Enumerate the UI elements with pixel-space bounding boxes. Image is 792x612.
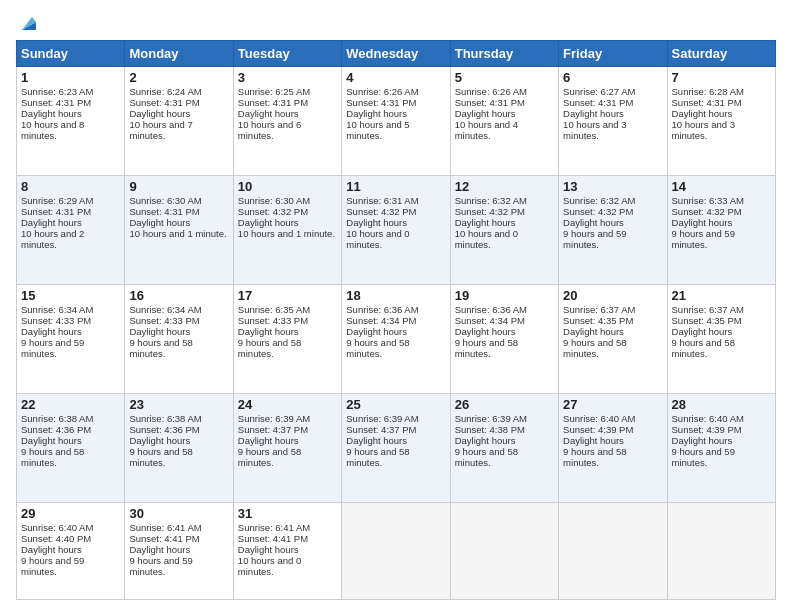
sunrise-label: Sunrise: 6:39 AM	[455, 413, 527, 424]
table-row: 2 Sunrise: 6:24 AM Sunset: 4:31 PM Dayli…	[125, 67, 233, 176]
col-tuesday: Tuesday	[233, 41, 341, 67]
day-number: 5	[455, 70, 554, 85]
daylight-value: 10 hours and 0 minutes.	[455, 228, 518, 250]
day-number: 13	[563, 179, 662, 194]
daylight-value: 10 hours and 4 minutes.	[455, 119, 518, 141]
day-number: 2	[129, 70, 228, 85]
daylight-label: Daylight hours	[346, 108, 407, 119]
sunset-label: Sunset: 4:36 PM	[129, 424, 199, 435]
daylight-label: Daylight hours	[129, 217, 190, 228]
daylight-label: Daylight hours	[21, 108, 82, 119]
table-row: 6 Sunrise: 6:27 AM Sunset: 4:31 PM Dayli…	[559, 67, 667, 176]
sunset-label: Sunset: 4:40 PM	[21, 533, 91, 544]
table-row: 10 Sunrise: 6:30 AM Sunset: 4:32 PM Dayl…	[233, 176, 341, 285]
table-row: 11 Sunrise: 6:31 AM Sunset: 4:32 PM Dayl…	[342, 176, 450, 285]
table-row: 22 Sunrise: 6:38 AM Sunset: 4:36 PM Dayl…	[17, 394, 125, 503]
table-row: 24 Sunrise: 6:39 AM Sunset: 4:37 PM Dayl…	[233, 394, 341, 503]
daylight-label: Daylight hours	[21, 435, 82, 446]
daylight-label: Daylight hours	[455, 108, 516, 119]
daylight-value: 9 hours and 58 minutes.	[455, 446, 518, 468]
sunrise-label: Sunrise: 6:30 AM	[238, 195, 310, 206]
calendar: Sunday Monday Tuesday Wednesday Thursday…	[16, 40, 776, 600]
sunrise-label: Sunrise: 6:26 AM	[346, 86, 418, 97]
daylight-value: 10 hours and 5 minutes.	[346, 119, 409, 141]
sunrise-label: Sunrise: 6:40 AM	[21, 522, 93, 533]
table-row: 27 Sunrise: 6:40 AM Sunset: 4:39 PM Dayl…	[559, 394, 667, 503]
daylight-label: Daylight hours	[672, 108, 733, 119]
table-row: 25 Sunrise: 6:39 AM Sunset: 4:37 PM Dayl…	[342, 394, 450, 503]
day-number: 11	[346, 179, 445, 194]
sunrise-label: Sunrise: 6:33 AM	[672, 195, 744, 206]
col-sunday: Sunday	[17, 41, 125, 67]
daylight-value: 9 hours and 58 minutes.	[346, 446, 409, 468]
sunset-label: Sunset: 4:36 PM	[21, 424, 91, 435]
table-row: 3 Sunrise: 6:25 AM Sunset: 4:31 PM Dayli…	[233, 67, 341, 176]
daylight-label: Daylight hours	[563, 217, 624, 228]
day-number: 17	[238, 288, 337, 303]
daylight-value: 9 hours and 59 minutes.	[563, 228, 626, 250]
day-number: 3	[238, 70, 337, 85]
table-row: 19 Sunrise: 6:36 AM Sunset: 4:34 PM Dayl…	[450, 285, 558, 394]
sunset-label: Sunset: 4:31 PM	[455, 97, 525, 108]
daylight-value: 9 hours and 58 minutes.	[238, 446, 301, 468]
daylight-value: 9 hours and 58 minutes.	[346, 337, 409, 359]
daylight-label: Daylight hours	[129, 326, 190, 337]
table-row	[667, 503, 775, 600]
calendar-week-row: 22 Sunrise: 6:38 AM Sunset: 4:36 PM Dayl…	[17, 394, 776, 503]
sunrise-label: Sunrise: 6:39 AM	[346, 413, 418, 424]
daylight-label: Daylight hours	[238, 435, 299, 446]
daylight-label: Daylight hours	[238, 326, 299, 337]
sunset-label: Sunset: 4:35 PM	[672, 315, 742, 326]
day-number: 15	[21, 288, 120, 303]
daylight-label: Daylight hours	[672, 435, 733, 446]
sunset-label: Sunset: 4:31 PM	[21, 206, 91, 217]
page: Sunday Monday Tuesday Wednesday Thursday…	[0, 0, 792, 612]
sunset-label: Sunset: 4:32 PM	[238, 206, 308, 217]
sunset-label: Sunset: 4:31 PM	[129, 97, 199, 108]
daylight-value: 10 hours and 1 minute.	[238, 228, 335, 239]
daylight-value: 10 hours and 1 minute.	[129, 228, 226, 239]
daylight-label: Daylight hours	[21, 326, 82, 337]
daylight-value: 9 hours and 58 minutes.	[129, 337, 192, 359]
day-number: 8	[21, 179, 120, 194]
col-friday: Friday	[559, 41, 667, 67]
table-row: 17 Sunrise: 6:35 AM Sunset: 4:33 PM Dayl…	[233, 285, 341, 394]
calendar-week-row: 15 Sunrise: 6:34 AM Sunset: 4:33 PM Dayl…	[17, 285, 776, 394]
daylight-value: 10 hours and 8 minutes.	[21, 119, 84, 141]
sunset-label: Sunset: 4:35 PM	[563, 315, 633, 326]
table-row: 1 Sunrise: 6:23 AM Sunset: 4:31 PM Dayli…	[17, 67, 125, 176]
daylight-label: Daylight hours	[563, 108, 624, 119]
sunset-label: Sunset: 4:34 PM	[455, 315, 525, 326]
day-number: 7	[672, 70, 771, 85]
sunset-label: Sunset: 4:38 PM	[455, 424, 525, 435]
sunrise-label: Sunrise: 6:32 AM	[455, 195, 527, 206]
day-number: 21	[672, 288, 771, 303]
table-row: 20 Sunrise: 6:37 AM Sunset: 4:35 PM Dayl…	[559, 285, 667, 394]
day-number: 30	[129, 506, 228, 521]
sunset-label: Sunset: 4:31 PM	[672, 97, 742, 108]
sunrise-label: Sunrise: 6:38 AM	[21, 413, 93, 424]
daylight-label: Daylight hours	[129, 108, 190, 119]
sunrise-label: Sunrise: 6:31 AM	[346, 195, 418, 206]
sunrise-label: Sunrise: 6:34 AM	[129, 304, 201, 315]
day-number: 22	[21, 397, 120, 412]
table-row: 8 Sunrise: 6:29 AM Sunset: 4:31 PM Dayli…	[17, 176, 125, 285]
day-number: 31	[238, 506, 337, 521]
day-number: 1	[21, 70, 120, 85]
table-row	[450, 503, 558, 600]
calendar-week-row: 1 Sunrise: 6:23 AM Sunset: 4:31 PM Dayli…	[17, 67, 776, 176]
table-row: 26 Sunrise: 6:39 AM Sunset: 4:38 PM Dayl…	[450, 394, 558, 503]
sunrise-label: Sunrise: 6:37 AM	[563, 304, 635, 315]
col-monday: Monday	[125, 41, 233, 67]
daylight-value: 9 hours and 58 minutes.	[563, 446, 626, 468]
sunrise-label: Sunrise: 6:36 AM	[455, 304, 527, 315]
sunrise-label: Sunrise: 6:30 AM	[129, 195, 201, 206]
table-row	[342, 503, 450, 600]
table-row: 12 Sunrise: 6:32 AM Sunset: 4:32 PM Dayl…	[450, 176, 558, 285]
table-row	[559, 503, 667, 600]
daylight-value: 10 hours and 2 minutes.	[21, 228, 84, 250]
daylight-label: Daylight hours	[346, 217, 407, 228]
sunset-label: Sunset: 4:41 PM	[238, 533, 308, 544]
daylight-value: 10 hours and 7 minutes.	[129, 119, 192, 141]
daylight-label: Daylight hours	[563, 435, 624, 446]
